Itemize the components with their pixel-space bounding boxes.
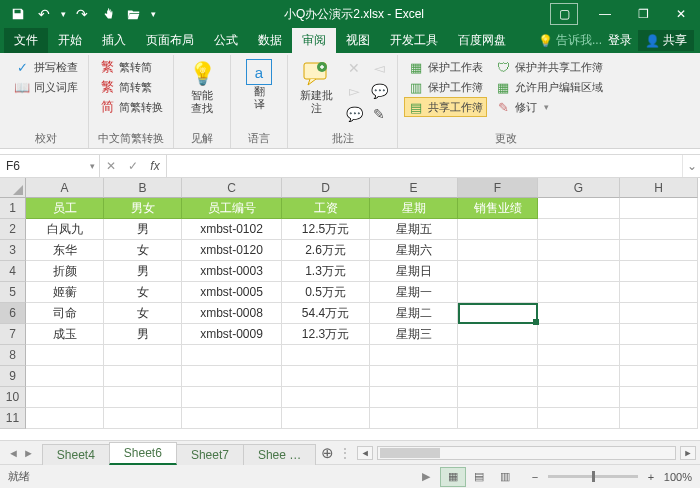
cell-C11[interactable]: [182, 408, 282, 429]
cell-D2[interactable]: 12.5万元: [282, 219, 370, 240]
zoom-thumb[interactable]: [592, 471, 595, 482]
cell-B2[interactable]: 男: [104, 219, 182, 240]
cell-B10[interactable]: [104, 387, 182, 408]
cell-C8[interactable]: [182, 345, 282, 366]
redo-button[interactable]: ↷: [70, 2, 94, 26]
tab-baidu[interactable]: 百度网盘: [448, 28, 516, 53]
cancel-icon[interactable]: ✕: [100, 159, 122, 173]
tab-data[interactable]: 数据: [248, 28, 292, 53]
show-comment-button[interactable]: 💬: [367, 80, 391, 102]
tab-insert[interactable]: 插入: [92, 28, 136, 53]
trad-to-simp-button[interactable]: 繁繁转简: [95, 57, 167, 77]
cell-G2[interactable]: [538, 219, 620, 240]
cell-A1[interactable]: 员工: [26, 198, 104, 219]
cell-E11[interactable]: [370, 408, 458, 429]
zoom-slider[interactable]: [548, 475, 638, 478]
col-header-A[interactable]: A: [26, 178, 104, 198]
cell-F11[interactable]: [458, 408, 538, 429]
sheet-tab-6[interactable]: Sheet6: [109, 442, 177, 465]
scroll-thumb[interactable]: [380, 448, 440, 458]
tab-layout[interactable]: 页面布局: [136, 28, 204, 53]
cell-B6[interactable]: 女: [104, 303, 182, 324]
cell-A10[interactable]: [26, 387, 104, 408]
spellcheck-button[interactable]: ✓拼写检查: [10, 57, 82, 77]
qat-customize-icon[interactable]: ▾: [148, 2, 158, 26]
save-button[interactable]: [6, 2, 30, 26]
cell-F3[interactable]: [458, 240, 538, 261]
touch-mode-button[interactable]: [96, 2, 120, 26]
cell-A6[interactable]: 司命: [26, 303, 104, 324]
row-header-1[interactable]: 1: [0, 198, 26, 219]
cell-F4[interactable]: [458, 261, 538, 282]
delete-comment-button[interactable]: ✕: [342, 57, 366, 79]
cell-G4[interactable]: [538, 261, 620, 282]
splitter-icon[interactable]: ⋮: [339, 446, 351, 460]
col-header-C[interactable]: C: [182, 178, 282, 198]
cell-H4[interactable]: [620, 261, 698, 282]
cell-F6[interactable]: [458, 303, 538, 324]
cell-H1[interactable]: [620, 198, 698, 219]
cell-E5[interactable]: 星期一: [370, 282, 458, 303]
cell-B4[interactable]: 男: [104, 261, 182, 282]
sheet-prev-icon[interactable]: ◄: [8, 447, 19, 459]
cell-B5[interactable]: 女: [104, 282, 182, 303]
zoom-out-button[interactable]: −: [528, 471, 542, 483]
col-header-B[interactable]: B: [104, 178, 182, 198]
restore-button[interactable]: ❐: [624, 0, 662, 28]
protect-share-button[interactable]: 🛡保护并共享工作簿: [491, 57, 607, 77]
cell-G3[interactable]: [538, 240, 620, 261]
cell-E7[interactable]: 星期三: [370, 324, 458, 345]
cell-G10[interactable]: [538, 387, 620, 408]
cell-B11[interactable]: [104, 408, 182, 429]
cell-G7[interactable]: [538, 324, 620, 345]
cell-H8[interactable]: [620, 345, 698, 366]
track-changes-button[interactable]: ✎修订▾: [491, 97, 607, 117]
cell-D5[interactable]: 0.5万元: [282, 282, 370, 303]
cell-D3[interactable]: 2.6万元: [282, 240, 370, 261]
scroll-right-button[interactable]: ►: [680, 446, 696, 460]
cell-F5[interactable]: [458, 282, 538, 303]
cell-G1[interactable]: [538, 198, 620, 219]
cell-E6[interactable]: 星期二: [370, 303, 458, 324]
sheet-next-icon[interactable]: ►: [23, 447, 34, 459]
cell-H2[interactable]: [620, 219, 698, 240]
cell-B9[interactable]: [104, 366, 182, 387]
cell-D10[interactable]: [282, 387, 370, 408]
cell-A5[interactable]: 姬蘅: [26, 282, 104, 303]
minimize-button[interactable]: —: [586, 0, 624, 28]
login-link[interactable]: 登录: [608, 32, 632, 49]
fx-icon[interactable]: fx: [144, 159, 166, 173]
cell-A9[interactable]: [26, 366, 104, 387]
cell-D9[interactable]: [282, 366, 370, 387]
cell-A8[interactable]: [26, 345, 104, 366]
name-box[interactable]: F6: [0, 155, 100, 177]
row-header-10[interactable]: 10: [0, 387, 26, 408]
cell-G8[interactable]: [538, 345, 620, 366]
show-all-button[interactable]: 💬: [342, 103, 366, 125]
new-comment-button[interactable]: 新建批注: [294, 57, 338, 117]
cell-D11[interactable]: [282, 408, 370, 429]
cell-E4[interactable]: 星期日: [370, 261, 458, 282]
cell-G6[interactable]: [538, 303, 620, 324]
cell-C3[interactable]: xmbst-0120: [182, 240, 282, 261]
add-sheet-button[interactable]: ⊕: [315, 441, 339, 464]
cell-D8[interactable]: [282, 345, 370, 366]
row-header-2[interactable]: 2: [0, 219, 26, 240]
undo-dropdown-icon[interactable]: ▾: [58, 2, 68, 26]
scroll-track[interactable]: [377, 446, 676, 460]
zoom-label[interactable]: 100%: [664, 471, 692, 483]
cell-A4[interactable]: 折颜: [26, 261, 104, 282]
cell-G11[interactable]: [538, 408, 620, 429]
cell-F9[interactable]: [458, 366, 538, 387]
cell-E8[interactable]: [370, 345, 458, 366]
prev-comment-button[interactable]: ◅: [367, 57, 391, 79]
share-workbook-button[interactable]: ▤共享工作簿: [404, 97, 487, 117]
cell-C2[interactable]: xmbst-0102: [182, 219, 282, 240]
col-header-E[interactable]: E: [370, 178, 458, 198]
tab-file[interactable]: 文件: [4, 28, 48, 53]
cell-C7[interactable]: xmbst-0009: [182, 324, 282, 345]
simp-to-trad-button[interactable]: 繁简转繁: [95, 77, 167, 97]
cell-A11[interactable]: [26, 408, 104, 429]
cell-C1[interactable]: 员工编号: [182, 198, 282, 219]
cell-C9[interactable]: [182, 366, 282, 387]
